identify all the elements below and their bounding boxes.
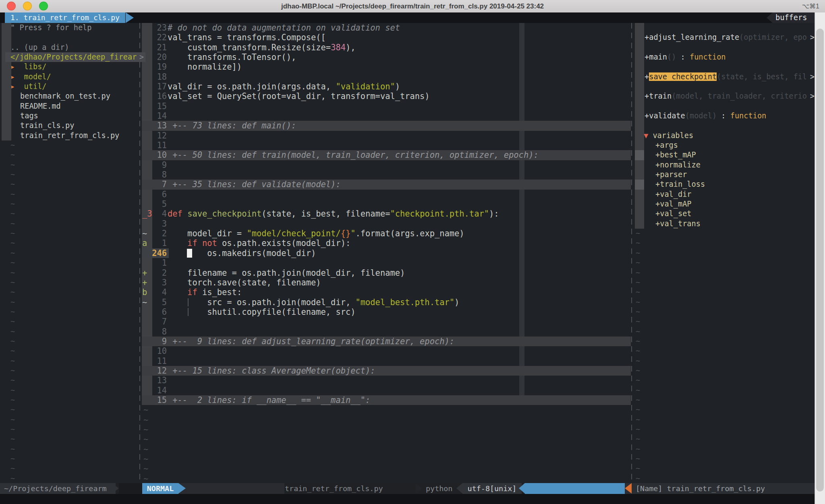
fold-line-number: 9 — [142, 337, 167, 346]
git-sign: + — [142, 268, 147, 278]
empty-line-tilde: ~ — [636, 346, 640, 356]
tagbar-variable-tag[interactable]: +best_mAP — [655, 150, 696, 160]
tagbar-function-tag[interactable]: +adjust_learning_rate(optimizer, epo> — [645, 33, 815, 42]
tagbar-variable-tag[interactable]: +val_trans — [655, 219, 701, 229]
fold-line-number: 15 — [142, 395, 167, 405]
empty-line-tilde: ~ — [636, 356, 640, 366]
empty-line-tilde: ~ — [636, 405, 640, 415]
code-line[interactable]: val_set = QuerySet(root=val_dir, transfo… — [168, 91, 430, 101]
code-line[interactable]: normalize]) — [168, 62, 242, 72]
scrollbar-thumb[interactable] — [816, 29, 824, 492]
nerdtree-up-dir[interactable]: .. (up a dir) — [10, 43, 69, 52]
empty-line-tilde: ~ — [10, 464, 15, 473]
folded-code-line[interactable]: +-- 50 lines: def train(model, train_loa… — [168, 150, 539, 160]
nerdtree-dir-item[interactable]: ▸ util/ — [10, 82, 47, 91]
tag-signature: (model, train_loader, criterio — [672, 92, 807, 100]
nerdtree-file-item[interactable]: tags — [20, 111, 38, 121]
empty-line-tilde: ~ — [10, 190, 15, 199]
dir-name[interactable]: util/ — [24, 82, 47, 91]
empty-line-tilde: ~ — [10, 219, 15, 229]
git-sign: ~ — [142, 297, 147, 307]
empty-line-tilde: ~ — [636, 229, 640, 238]
folded-code-line[interactable]: +-- 2 lines: if __name__ == "__main__": — [168, 395, 370, 405]
line-number: 14 — [142, 111, 167, 121]
tagbar-variable-tag[interactable]: +val_dir — [655, 190, 692, 199]
window-shortcut-badge: ⌥⌘1 — [802, 0, 819, 12]
nerdtree-file-item[interactable]: train_cls.py — [20, 121, 74, 130]
folded-code-line[interactable]: +-- 15 lines: class AverageMeter(object)… — [168, 366, 375, 376]
empty-line-tilde: ~ — [143, 474, 148, 483]
empty-line-tilde: ~ — [10, 258, 15, 268]
code-line[interactable]: src = os.path.join(model_dir, "model_bes… — [168, 297, 459, 307]
buffers-wedge-icon — [767, 12, 773, 23]
tagbar-kind-header[interactable]: ▼ variables — [644, 131, 693, 140]
code-line[interactable]: torch.save(state, filename) — [168, 278, 321, 287]
empty-line-tilde: ~ — [10, 356, 15, 366]
window-title: jdhao-MBP.local ~/Projects/deep_firearm/… — [0, 0, 825, 12]
truncation-icon: > — [810, 91, 815, 101]
terminal-vim-window: jdhao-MBP.local ~/Projects/deep_firearm/… — [0, 0, 825, 504]
tagbar-function-tag[interactable]: +main() : function — [645, 52, 815, 62]
position-segment: 86% ≡ 246/284ln : 5 — [525, 483, 634, 494]
dir-name[interactable]: model/ — [24, 72, 51, 81]
tagbar-variable-tag[interactable]: +parser — [655, 170, 687, 180]
chevron-right-icon[interactable]: ▸ — [10, 82, 24, 91]
line-number: 1 — [142, 258, 167, 268]
chevron-right-icon[interactable]: ▸ — [10, 72, 24, 81]
empty-line-tilde: ~ — [10, 238, 15, 248]
code-line[interactable]: transforms.ToTensor(), — [168, 52, 296, 62]
code-line[interactable]: # do not do data augmentation on validat… — [168, 23, 400, 33]
code-line[interactable]: model_dir = "model/check_point/{}".forma… — [168, 229, 464, 238]
tagbar-variable-tag[interactable]: +args — [655, 140, 678, 150]
macos-titlebar[interactable]: jdhao-MBP.local ~/Projects/deep_firearm/… — [0, 0, 825, 13]
tagbar-variable-tag[interactable]: +val_mAP — [655, 199, 692, 209]
code-line[interactable]: val_trans = transforms.Compose([ — [168, 33, 326, 42]
dir-name[interactable]: libs/ — [24, 62, 47, 71]
tab-arrow-separator-icon — [126, 12, 134, 23]
nerdtree-file-item[interactable]: train_retr_from_cls.py — [20, 131, 119, 140]
tagbar-statusline-text: [Name] train_retr_from_cls.py — [636, 483, 765, 494]
tagbar-variable-tag[interactable]: +val_set — [655, 209, 692, 219]
tagbar-function-tag[interactable]: +validate(model) : function — [645, 111, 815, 121]
line-number: 13 — [142, 376, 167, 385]
editor-color-column — [519, 23, 524, 405]
folded-code-line[interactable]: +-- 35 lines: def validate(model): — [168, 180, 341, 189]
window-separator[interactable] — [139, 23, 140, 483]
code-line[interactable]: shutil.copyfile(filename, src) — [168, 307, 356, 317]
tag-name: + — [645, 72, 649, 81]
window-scrollbar[interactable] — [815, 12, 825, 504]
statusline-orange-wedge-icon — [625, 483, 632, 494]
git-sign: a — [142, 238, 147, 248]
vim-command-line[interactable] — [0, 494, 815, 504]
code-line[interactable]: if is_best: — [168, 287, 242, 297]
nerdtree-root[interactable]: </jdhao/Projects/deep_firear> — [5, 52, 145, 62]
tagbar-variable-tag[interactable]: +normalize — [655, 160, 701, 170]
code-line[interactable]: def save_checkpoint(state, is_best, file… — [168, 209, 499, 219]
code-line[interactable]: if not os.path.exists(model_dir): — [168, 238, 350, 248]
nerdtree-dir-item[interactable]: ▸ model/ — [10, 72, 51, 82]
buffers-label[interactable]: buffers — [775, 12, 807, 23]
code-line[interactable]: custom_transform.Resize(size=384), — [168, 43, 356, 52]
line-number: 16 — [142, 91, 167, 101]
tagbar-function-tag[interactable]: +train(model, train_loader, criterio> — [645, 91, 815, 101]
empty-line-tilde: ~ — [143, 434, 148, 444]
statusline-wedge-icon — [178, 483, 186, 494]
fold-open-triangle-icon[interactable]: ▼ — [644, 131, 653, 140]
folded-code-line[interactable]: +-- 9 lines: def adjust_learning_rate(op… — [168, 337, 454, 346]
window-separator[interactable] — [631, 23, 632, 483]
tagbar-function-tag[interactable]: +save_checkpoint(state, is_best, fil> — [645, 72, 815, 82]
code-line[interactable]: filename = os.path.join(model_dir, filen… — [168, 268, 405, 278]
tagbar-variable-tag[interactable]: +train_loss — [655, 180, 705, 189]
empty-line-tilde: ~ — [10, 327, 15, 337]
code-line[interactable]: val_dir = os.path.join(args.data, "valid… — [168, 82, 400, 91]
folded-code-line[interactable]: +-- 73 lines: def main(): — [168, 121, 296, 130]
empty-line-tilde: ~ — [10, 405, 15, 415]
tab-train-retr-from-cls[interactable]: 1. train_retr_from_cls.py — [5, 12, 125, 23]
chevron-right-icon[interactable]: ▸ — [10, 62, 24, 71]
line-number: 17 — [142, 82, 167, 91]
nerdtree-dir-item[interactable]: ▸ libs/ — [10, 62, 47, 72]
empty-line-tilde: ~ — [10, 317, 15, 326]
nerdtree-file-item[interactable]: benchmark_on_test.py — [20, 91, 110, 101]
fold-line-number: 12 — [142, 366, 167, 376]
nerdtree-file-item[interactable]: README.md — [20, 101, 61, 111]
